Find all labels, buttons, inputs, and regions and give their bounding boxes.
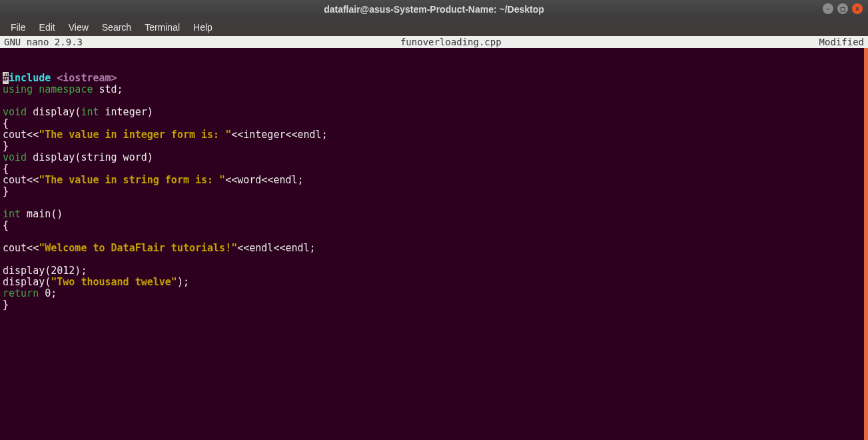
nano-filename: funoverloading.cpp xyxy=(83,36,819,48)
tok-int: int xyxy=(81,106,99,118)
editor-area[interactable]: #include <iostream> using namespace std;… xyxy=(0,48,868,440)
tok-using: using xyxy=(3,83,33,95)
tok-header: <iostream> xyxy=(57,72,117,84)
scrollbar[interactable] xyxy=(864,48,868,440)
menu-search[interactable]: Search xyxy=(97,21,137,34)
nano-modified-label: Modified xyxy=(819,36,864,48)
nano-app-label: GNU nano 2.9.3 xyxy=(4,36,83,48)
menu-file[interactable]: File xyxy=(5,21,31,34)
tok-space xyxy=(51,72,57,84)
maximize-icon[interactable]: ◻ xyxy=(837,3,848,14)
tok-string: "Welcome to DataFlair tutorials!" xyxy=(39,242,237,254)
tok-void: void xyxy=(3,106,27,118)
close-icon[interactable]: × xyxy=(852,3,863,14)
window-title: dataflair@asus-System-Product-Name: ~/De… xyxy=(324,4,544,15)
menu-view[interactable]: View xyxy=(63,21,94,34)
menu-help[interactable]: Help xyxy=(188,21,218,34)
tok-namespace: namespace xyxy=(39,83,93,95)
tok-string: "The value in string form is: " xyxy=(39,174,225,186)
menubar: File Edit View Search Terminal Help xyxy=(0,19,868,36)
tok-string: "Two thousand twelve" xyxy=(51,276,177,288)
menu-terminal[interactable]: Terminal xyxy=(139,21,185,34)
minimize-icon[interactable]: – xyxy=(823,3,833,14)
nano-status-bar: GNU nano 2.9.3 funoverloading.cpp Modifi… xyxy=(0,36,868,48)
tok-void: void xyxy=(3,151,27,163)
tok-return: return xyxy=(3,287,39,299)
window-controls: – ◻ × xyxy=(823,3,863,14)
menu-edit[interactable]: Edit xyxy=(34,21,61,34)
window-titlebar: dataflair@asus-System-Product-Name: ~/De… xyxy=(0,0,868,19)
cursor: # xyxy=(3,72,9,84)
tok-string: "The value in integer form is: " xyxy=(39,129,231,141)
tok-include: include xyxy=(9,72,51,84)
tok-int: int xyxy=(3,208,21,220)
